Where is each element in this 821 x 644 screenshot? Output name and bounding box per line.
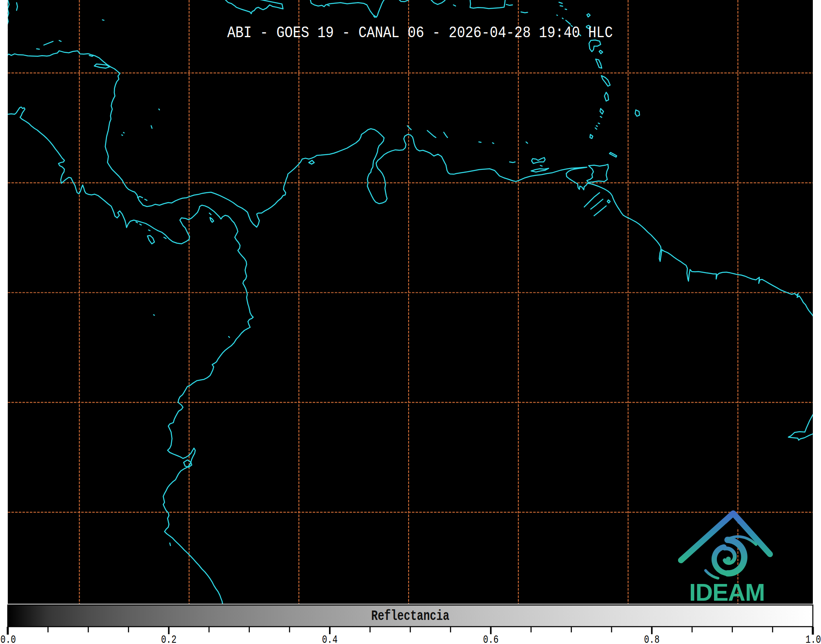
- svg-text:Reflectancia: Reflectancia: [371, 608, 449, 624]
- svg-text:0.2: 0.2: [161, 633, 176, 644]
- svg-text:0.0: 0.0: [0, 633, 16, 644]
- svg-text:IDEAM: IDEAM: [689, 579, 765, 606]
- svg-text:0.4: 0.4: [322, 633, 338, 644]
- svg-text:1.0: 1.0: [805, 633, 821, 644]
- svg-text:ABI - GOES 19 - CANAL 06 - 202: ABI - GOES 19 - CANAL 06 - 2026-04-28 19…: [227, 24, 613, 42]
- svg-text:0.6: 0.6: [483, 633, 498, 644]
- svg-text:0.8: 0.8: [644, 633, 660, 644]
